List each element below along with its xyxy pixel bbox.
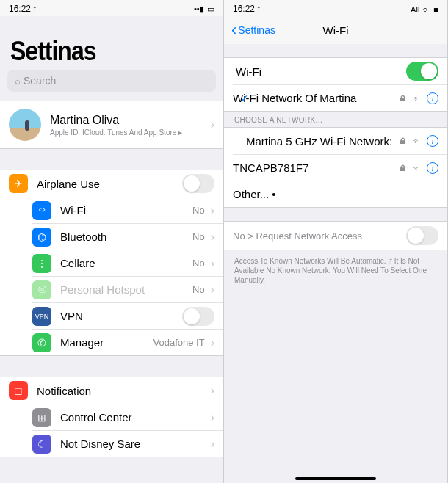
vpn-toggle[interactable] (182, 307, 214, 326)
chevron-right-icon: › (211, 437, 214, 451)
info-icon[interactable]: i (427, 135, 438, 147)
wifi-signal-icon: ᯤ (413, 94, 421, 103)
dnd-row[interactable]: ☾ Not Disney Sare › (32, 430, 223, 457)
battery-icon: ■ (433, 5, 438, 14)
choose-network-header: CHOOSE A NETWORK… (224, 112, 447, 127)
ask-to-join-row[interactable]: No > Request Network Access (224, 221, 447, 250)
airplane-toggle[interactable] (182, 174, 214, 193)
lock-icon: 🔒︎ (399, 94, 407, 103)
nav-title: Wi-Fi (323, 24, 349, 37)
hotspot-row[interactable]: ⦾ Personal Hotspot No› (32, 276, 223, 302)
home-indicator[interactable] (295, 477, 376, 480)
chevron-right-icon: › (211, 204, 214, 217)
profile-section: Martina Oliva Apple ID. ICloud. Tunes An… (0, 101, 223, 149)
wifi-signal-icon: ᯤ (413, 164, 421, 172)
profile-sub: Apple ID. ICloud. Tunes And App Store ▸ (50, 128, 209, 137)
phone-icon: ✆ (32, 333, 51, 352)
avatar (9, 109, 41, 141)
bluetooth-icon: ⌬ (32, 228, 51, 247)
wifi-row[interactable]: ⌔ Wi-Fi No› (32, 197, 223, 223)
wifi-toggle-section: Wi-Fi ✓ Wi-Fi Network Of Martina 🔒︎ᯤi (224, 57, 447, 112)
wifi-icon: ᯤ (422, 5, 430, 14)
back-button[interactable]: ‹Settinas (231, 21, 275, 40)
control-center-icon: ⊞ (32, 408, 51, 427)
status-bar: 16:22↑ Allᯤ■ (224, 0, 447, 16)
search-icon: ⌕ (15, 76, 21, 87)
other-network-row[interactable]: Other... • (233, 181, 447, 207)
network-row[interactable]: TNCAPB781F7 🔒︎ᯤi (233, 154, 447, 181)
chevron-right-icon: › (211, 230, 214, 244)
status-time: 16:22 (233, 4, 255, 14)
chevron-right-icon: › (211, 283, 214, 297)
cellular-row[interactable]: ⋮ Cellare No› (32, 250, 223, 276)
wifi-toggle[interactable] (406, 62, 438, 81)
airplane-row[interactable]: ✈ Airplane Use (0, 170, 223, 197)
lock-icon: 🔒︎ (399, 164, 407, 172)
wifi-icon: ⌔ (32, 201, 51, 220)
settings-screen: 16:22↑ ▪▪▮▭ Settinas ⌕Search Martina Oli… (0, 0, 224, 483)
page-title: Settinas (0, 12, 223, 74)
wifi-screen: 16:22↑ Allᯤ■ ‹Settinas Wi-Fi Wi-Fi ✓ Wi-… (224, 0, 448, 483)
chevron-right-icon: › (211, 384, 214, 397)
apple-id-row[interactable]: Martina Oliva Apple ID. ICloud. Tunes An… (0, 101, 223, 148)
connected-network-row[interactable]: ✓ Wi-Fi Network Of Martina 🔒︎ᯤi (233, 84, 447, 111)
profile-name: Martina Oliva (50, 114, 209, 127)
info-icon[interactable]: i (427, 92, 438, 104)
vpn-row[interactable]: VPN VPN (32, 302, 223, 329)
airplane-icon: ✈ (9, 174, 28, 193)
hotspot-icon: ⦾ (32, 280, 51, 299)
chevron-right-icon: › (211, 118, 214, 131)
info-icon[interactable]: i (427, 162, 438, 174)
moon-icon: ☾ (32, 435, 51, 454)
connectivity-section: ✈ Airplane Use ⌔ Wi-Fi No› ⌬ Bluetooth N… (0, 170, 223, 356)
control-center-row[interactable]: ⊞ Control Center › (32, 404, 223, 430)
chevron-left-icon: ‹ (231, 21, 236, 40)
chevron-right-icon: › (211, 336, 214, 349)
cellular-icon: ⋮ (32, 254, 51, 273)
checkmark-icon: ✓ (240, 92, 249, 104)
wifi-signal-icon: ᯤ (413, 137, 421, 145)
chevron-right-icon: › (211, 257, 214, 270)
vpn-icon: VPN (32, 307, 51, 326)
footer-text: Access To Known Networks Will Be Automat… (224, 250, 447, 291)
carrier-row[interactable]: ✆ Manager Vodafone IT› (32, 329, 223, 355)
lock-icon: 🔒︎ (399, 137, 407, 145)
network-row[interactable]: Martina 5 GHz Wi-Fi Network: 🔒︎ᯤi (224, 128, 447, 154)
notifications-row[interactable]: ◻ Notification › (0, 377, 223, 404)
system-section: ◻ Notification › ⊞ Control Center › ☾ No… (0, 377, 223, 457)
ask-to-join-toggle[interactable] (406, 226, 438, 245)
networks-section: Martina 5 GHz Wi-Fi Network: 🔒︎ᯤi TNCAPB… (224, 127, 447, 208)
wifi-toggle-row[interactable]: Wi-Fi (224, 58, 447, 84)
location-icon: ↑ (256, 4, 261, 14)
nav-header: ‹Settinas Wi-Fi (224, 16, 447, 44)
bluetooth-row[interactable]: ⌬ Bluetooth No› (32, 223, 223, 250)
all-label: All (411, 5, 419, 14)
notification-icon: ◻ (9, 381, 28, 400)
chevron-right-icon: › (211, 411, 214, 424)
